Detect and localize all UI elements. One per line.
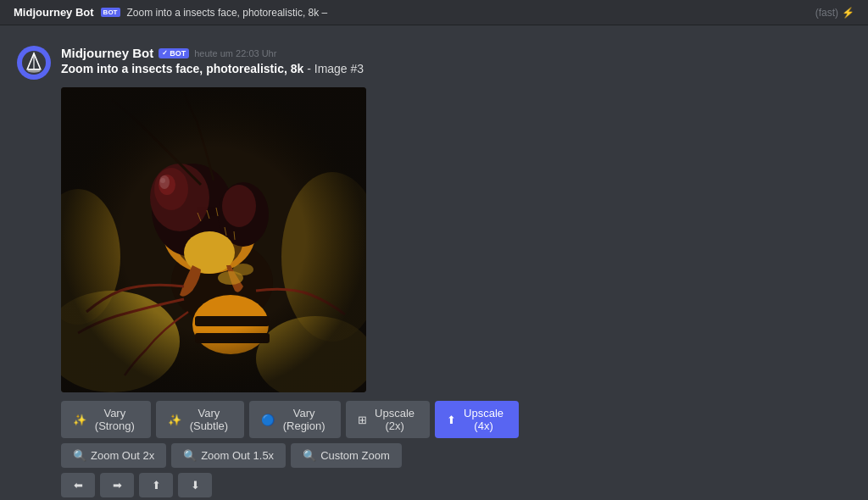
vary-region-button[interactable]: 🔵 Vary (Region) (249, 401, 341, 438)
arrow-left-icon: ⬅ (74, 479, 83, 492)
custom-zoom-button[interactable]: 🔍 Custom Zoom (291, 443, 402, 468)
arrow-up-button[interactable]: ⬆ (139, 473, 173, 497)
message-header: Midjourney Bot BOT heute um 22:03 Uhr Zo… (17, 46, 851, 82)
message-content: Midjourney Bot BOT heute um 22:03 Uhr Zo… (61, 46, 851, 82)
vary-strong-button[interactable]: ✨ Vary (Strong) (61, 401, 151, 438)
arrow-left-button[interactable]: ⬅ (61, 473, 95, 497)
chat-container: Midjourney Bot BOT heute um 22:03 Uhr Zo… (0, 32, 868, 500)
topbar-badge: BOT (101, 8, 120, 17)
upscale-2x-label: Upscale (2x) (371, 407, 418, 432)
arrow-up-icon: ⬆ (152, 479, 161, 492)
vary-region-icon: 🔵 (261, 414, 275, 426)
fast-badge: (fast) ⚡ (815, 7, 854, 19)
upscale-4x-icon: ⬆ (447, 414, 456, 426)
message-body: ✨ Vary (Strong) ✨ Vary (Subtle) 🔵 Vary (… (61, 87, 519, 500)
topbar-bot-name: Midjourney Bot (14, 6, 94, 19)
buttons-area: ✨ Vary (Strong) ✨ Vary (Subtle) 🔵 Vary (… (61, 401, 519, 500)
button-row-1: ✨ Vary (Strong) ✨ Vary (Subtle) 🔵 Vary (… (61, 401, 519, 438)
fast-label: (fast) (815, 7, 838, 19)
arrow-down-button[interactable]: ⬇ (178, 473, 212, 497)
upscale-4x-label: Upscale (4x) (460, 407, 507, 432)
title-suffix: - Image #3 (303, 62, 364, 75)
vary-strong-icon: ✨ (73, 414, 86, 426)
vary-subtle-button[interactable]: ✨ Vary (Subtle) (156, 401, 245, 438)
timestamp: heute um 22:03 Uhr (194, 48, 276, 58)
zoom-out-1-5x-label: Zoom Out 1.5x (201, 449, 274, 462)
top-bar: Midjourney Bot BOT Zoom into a insects f… (0, 0, 868, 25)
message-top-row: Midjourney Bot BOT heute um 22:03 Uhr (61, 46, 851, 60)
arrow-right-button[interactable]: ➡ (100, 473, 134, 497)
zoom-out-1-5x-icon: 🔍 (183, 449, 197, 462)
message-area: ✨ Vary (Strong) ✨ Vary (Subtle) 🔵 Vary (… (17, 87, 851, 500)
zoom-out-2x-button[interactable]: 🔍 Zoom Out 2x (61, 443, 166, 468)
bot-badge: BOT (159, 48, 189, 58)
zoom-out-1-5x-button[interactable]: 🔍 Zoom Out 1.5x (171, 443, 286, 468)
custom-zoom-label: Custom Zoom (320, 449, 390, 462)
zoom-out-2x-icon: 🔍 (73, 449, 86, 462)
custom-zoom-icon: 🔍 (303, 449, 316, 462)
left-margin (17, 87, 61, 500)
lightning-icon: ⚡ (842, 7, 854, 19)
username: Midjourney Bot (61, 46, 153, 60)
svg-rect-31 (61, 87, 366, 392)
title-bold: Zoom into a insects face, photorealistic… (61, 62, 303, 75)
vary-subtle-label: Vary (Subtle) (186, 407, 233, 432)
button-row-3: ⬅ ➡ ⬆ ⬇ (61, 473, 519, 497)
vary-strong-label: Vary (Strong) (91, 407, 139, 432)
zoom-out-2x-label: Zoom Out 2x (91, 449, 154, 462)
button-row-2: 🔍 Zoom Out 2x 🔍 Zoom Out 1.5x 🔍 Custom Z… (61, 443, 519, 468)
upscale-4x-button[interactable]: ⬆ Upscale (4x) (435, 401, 519, 438)
vary-region-label: Vary (Region) (279, 407, 329, 432)
avatar (17, 46, 51, 80)
image-container (61, 87, 366, 392)
message-title: Zoom into a insects face, photorealistic… (61, 62, 851, 75)
vary-subtle-icon: ✨ (168, 414, 181, 426)
svg-point-3 (27, 69, 41, 73)
arrow-right-icon: ➡ (113, 479, 122, 492)
upscale-2x-button[interactable]: ⊞ Upscale (2x) (346, 401, 430, 438)
arrow-down-icon: ⬇ (191, 479, 200, 492)
topbar-title-preview: Zoom into a insects face, photorealistic… (127, 7, 328, 19)
upscale-2x-icon: ⊞ (358, 414, 367, 426)
